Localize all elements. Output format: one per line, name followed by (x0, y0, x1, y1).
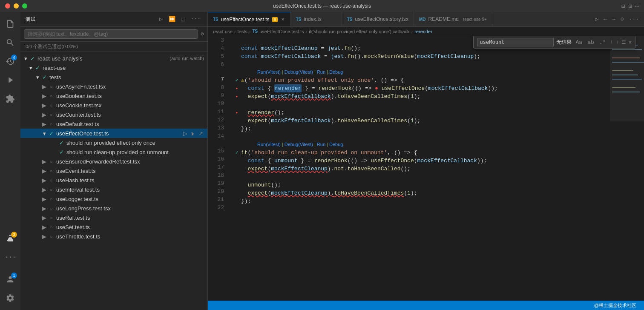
debug-test-file-button[interactable]: ⏵ (190, 130, 196, 137)
close-button[interactable] (5, 3, 10, 9)
tree-item-useEvent[interactable]: ▶ ○ useEvent.test.ts (20, 166, 207, 175)
tree-item-react-use[interactable]: ▾ ✓ react-use (20, 63, 207, 72)
more-test-actions-button[interactable]: ··· (189, 15, 202, 23)
navigate-forward-button[interactable]: → (610, 15, 617, 23)
search-close-button[interactable]: ✕ (629, 39, 632, 46)
test-search-bar[interactable]: ⊘ (20, 27, 207, 42)
run-all-tests-button[interactable]: ▷ (158, 15, 164, 23)
minimize-button[interactable] (14, 3, 19, 9)
more-editor-actions-button[interactable]: ··· (627, 15, 641, 23)
expand-icon[interactable]: ▶ (41, 205, 48, 212)
go-to-file-button[interactable]: ↗ (197, 130, 204, 137)
expand-icon[interactable]: ▾ (41, 130, 48, 137)
search-list-button[interactable]: ☰ (621, 39, 626, 46)
expand-icon[interactable]: ▶ (41, 195, 48, 202)
source-control-activity-icon[interactable]: 4 (2, 53, 19, 70)
debug-vitest-1[interactable]: Debug(Vitest) (285, 69, 313, 75)
tree-item-test1[interactable]: ✓ should run provided effect only once (20, 138, 207, 147)
tree-item-useCounter[interactable]: ▶ ○ useCounter.test.ts (20, 110, 207, 119)
sidebar-header-icons[interactable]: ▷ ⏩ ⬚ ··· (158, 15, 202, 23)
bc-test-name[interactable]: it('should run provided effect only once… (309, 29, 409, 34)
expand-icon[interactable]: ▾ (34, 74, 41, 80)
maximize-button[interactable] (22, 3, 27, 9)
expand-icon[interactable]: ▶ (41, 186, 48, 193)
expand-icon[interactable]: ▶ (41, 177, 48, 184)
debug-1[interactable]: Debug (329, 69, 343, 75)
extensions-activity-icon[interactable] (2, 90, 19, 107)
expand-icon[interactable]: ▶ (41, 233, 48, 240)
match-case-button[interactable]: Aa (574, 38, 584, 46)
tree-item-useLogger[interactable]: ▶ ○ useLogger.test.ts (20, 194, 207, 204)
debug-2[interactable]: Debug (329, 142, 343, 147)
navigate-back-button[interactable]: ← (602, 15, 609, 23)
search-activity-icon[interactable] (2, 34, 19, 51)
tree-item-useBoolean[interactable]: ▶ ○ useBoolean.test.ts (20, 91, 207, 100)
settings-activity-icon[interactable] (2, 290, 19, 307)
run-2[interactable]: Run (317, 142, 325, 147)
search-nav-down-button[interactable]: ↓ (616, 39, 619, 45)
expand-icon[interactable]: ▾ (27, 64, 34, 71)
tree-item-test2[interactable]: ✓ should run clean-up provided on unmoun… (20, 147, 207, 157)
bc-react-use[interactable]: react-use (213, 29, 233, 34)
tree-item-useEnsuredForwardedRef[interactable]: ▶ ○ useEnsuredForwardedRef.test.tsx (20, 157, 207, 166)
expand-icon[interactable]: ▶ (41, 121, 48, 127)
match-word-button[interactable]: ab (586, 38, 596, 46)
layout-icon-2[interactable]: ⊞ (628, 3, 632, 10)
tree-item-useLongPress[interactable]: ▶ ○ useLongPress.test.tsx (20, 204, 207, 213)
expand-icon[interactable]: ▶ (41, 83, 48, 90)
expand-icon[interactable]: ▶ (41, 102, 48, 109)
search-nav-up-button[interactable]: ↑ (610, 39, 613, 45)
run-debug-activity-icon[interactable] (2, 72, 19, 89)
tree-item-tests[interactable]: ▾ ✓ tests (20, 72, 207, 82)
tree-item-useCookie[interactable]: ▶ ○ useCookie.test.tsx (20, 100, 207, 110)
expand-icon[interactable]: ▾ (22, 55, 29, 62)
expand-icon[interactable]: ▶ (41, 214, 48, 221)
run-vitest-1[interactable]: Run(Vitest) (257, 69, 281, 75)
expand-icon[interactable]: ▶ (41, 167, 48, 174)
tree-item-useSet[interactable]: ▶ ○ useSet.test.ts (20, 222, 207, 232)
tab-useEffectOnce-test[interactable]: TS useEffectOnce.test.ts 8 ✕ (208, 12, 291, 26)
debug-vitest-2[interactable]: Debug(Vitest) (285, 142, 313, 147)
open-changes-button[interactable]: ⊕ (619, 15, 626, 23)
expand-icon[interactable]: ▶ (41, 92, 48, 99)
tree-item-useInterval[interactable]: ▶ ○ useInterval.test.ts (20, 185, 207, 194)
layout-icon-1[interactable]: ⊟ (621, 3, 625, 10)
search-overlay-icons[interactable]: Aa ab .* (574, 38, 608, 46)
files-activity-icon[interactable] (2, 15, 19, 32)
run-vitest-2[interactable]: Run(Vitest) (257, 142, 281, 147)
tree-item-react-use-analysis[interactable]: ▾ ✓ react-use-analysis (auto-run-watch) (20, 54, 207, 63)
expand-icon[interactable]: ▶ (41, 224, 48, 230)
tree-item-useRaf[interactable]: ▶ ○ useRaf.test.ts (20, 213, 207, 222)
bc-file[interactable]: useEffectOnce.test.ts (259, 29, 304, 34)
run-test-file-button[interactable]: ▷ (182, 130, 189, 137)
test-filter-input[interactable] (24, 29, 198, 39)
tree-item-useDefault[interactable]: ▶ ○ useDefault.test.ts (20, 119, 207, 129)
split-editor-button[interactable]: ▷ (593, 15, 600, 23)
search-overlay-input[interactable] (477, 38, 554, 46)
use-regex-button[interactable]: .* (598, 38, 608, 46)
bc-tests[interactable]: tests (238, 29, 247, 34)
tree-item-useThrottle[interactable]: ▶ ○ useThrottle.test.ts (20, 232, 207, 241)
test-activity-icon[interactable]: 3 (2, 230, 19, 247)
tree-item-useHash[interactable]: ▶ ○ useHash.test.ts (20, 175, 207, 185)
tab-readme[interactable]: MD README.md react-use 9+ (414, 12, 492, 26)
more-activity-icon[interactable]: ··· (2, 249, 19, 266)
show-output-button[interactable]: ⬚ (180, 15, 187, 23)
expand-icon[interactable]: ▶ (41, 158, 48, 165)
code-editor[interactable]: const mockEffectCleanup = jest.fn(); con… (229, 36, 610, 301)
run-1[interactable]: Run (317, 69, 325, 75)
expand-icon[interactable]: ▶ (41, 111, 48, 118)
title-bar-right-icons[interactable]: ⊟ ⊞ ⋯ (621, 3, 639, 10)
run-tests-with-coverage-button[interactable]: ⏩ (167, 15, 177, 23)
tab-index[interactable]: TS index.ts (291, 12, 342, 26)
tree-item-useAsyncFn[interactable]: ▶ ○ useAsyncFn.test.tsx (20, 82, 207, 91)
code-text-8: const { rerender } = renderHook(() => ● … (241, 84, 498, 92)
tab-close-button[interactable]: ✕ (280, 16, 285, 23)
tab-useEffectOnce-story[interactable]: TS useEffectOnce.story.tsx (342, 12, 414, 26)
window-controls[interactable] (5, 3, 27, 9)
tab-bar-right-icons[interactable]: ▷ ← → ⊕ ··· (590, 12, 644, 26)
filter-icon[interactable]: ⊘ (201, 31, 204, 37)
layout-icon-3[interactable]: ⋯ (635, 3, 639, 10)
tree-item-useEffectOnce[interactable]: ▾ ✓ useEffectOnce.test.ts ▷ ⏵ ↗ (20, 129, 207, 138)
account-activity-icon[interactable]: 1 (2, 271, 19, 288)
